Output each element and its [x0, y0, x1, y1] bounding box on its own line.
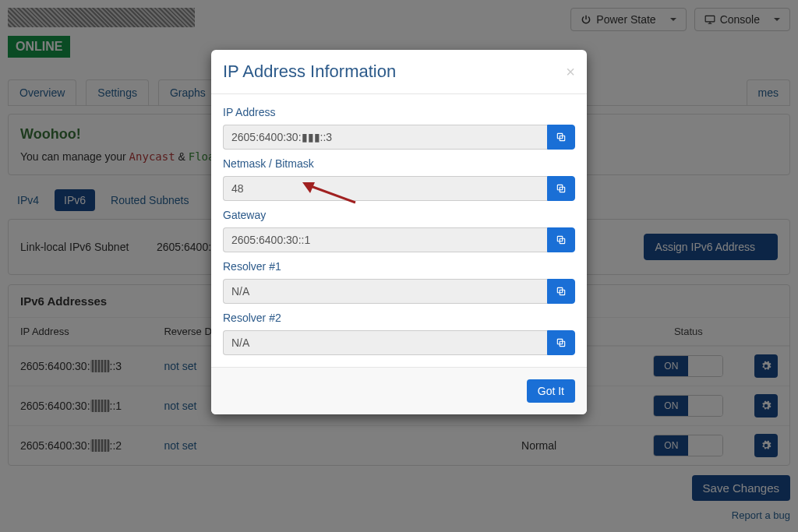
modal-close-button[interactable]: × [566, 62, 575, 82]
copy-icon [556, 286, 567, 297]
field-label: Resolver #2 [223, 312, 575, 324]
copy-icon [556, 234, 567, 245]
field-input[interactable] [223, 176, 547, 201]
field-input[interactable] [223, 279, 547, 304]
copy-icon [556, 132, 567, 143]
copy-icon [556, 337, 567, 348]
field-label: Resolver #1 [223, 260, 575, 273]
modal-title: IP Address Information [223, 62, 566, 82]
ip-info-modal: IP Address Information × IP AddressNetma… [211, 50, 587, 414]
copy-button[interactable] [547, 176, 575, 201]
copy-button[interactable] [547, 330, 575, 355]
field-input[interactable] [223, 330, 547, 355]
field-label: IP Address [223, 106, 575, 118]
field-input[interactable] [223, 227, 547, 252]
field-label: Netmask / Bitmask [223, 157, 575, 170]
copy-button[interactable] [547, 125, 575, 150]
field-label: Gateway [223, 209, 575, 221]
field-input[interactable] [223, 125, 547, 150]
got-it-button[interactable]: Got It [527, 379, 575, 403]
copy-icon [556, 183, 567, 194]
copy-button[interactable] [547, 279, 575, 304]
copy-button[interactable] [547, 227, 575, 252]
